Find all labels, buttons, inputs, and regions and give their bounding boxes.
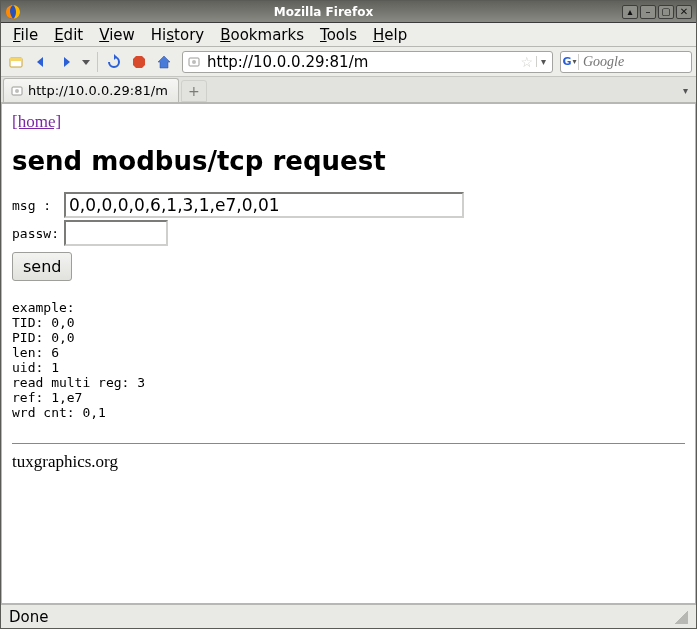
new-tab-button[interactable]: +: [181, 80, 207, 102]
page-footer: tuxgraphics.org: [12, 452, 685, 472]
svg-point-9: [15, 89, 19, 93]
window-title: Mozilla Firefox: [25, 5, 622, 19]
svg-marker-3: [133, 56, 145, 68]
window-titlebar: Mozilla Firefox ▴ – ▢ ✕: [1, 1, 696, 23]
search-input[interactable]: [581, 53, 697, 71]
bookmark-star-icon[interactable]: ☆: [517, 54, 536, 70]
menu-bar: File Edit View History Bookmarks Tools H…: [1, 23, 696, 47]
site-identity-icon[interactable]: [185, 55, 203, 69]
navigation-toolbar: ☆ ▾ G▾: [1, 47, 696, 77]
reload-button[interactable]: [103, 51, 125, 73]
status-text: Done: [9, 608, 48, 626]
browser-window: Mozilla Firefox ▴ – ▢ ✕ File Edit View H…: [0, 0, 697, 629]
svg-rect-2: [10, 58, 22, 61]
menu-edit[interactable]: Edit: [48, 25, 89, 45]
page-viewport[interactable]: [home] send modbus/tcp request msg : pas…: [1, 103, 696, 604]
tab-favicon: [10, 84, 24, 98]
firefox-icon: [5, 4, 21, 20]
url-bar[interactable]: ☆ ▾: [182, 51, 553, 73]
url-history-dropdown[interactable]: ▾: [536, 56, 550, 67]
search-bar[interactable]: G▾: [560, 51, 692, 73]
all-tabs-dropdown[interactable]: ▾: [679, 81, 692, 100]
home-link[interactable]: [home]: [12, 112, 61, 131]
msg-label: msg :: [12, 198, 64, 213]
menu-view[interactable]: View: [93, 25, 141, 45]
example-block: example: TID: 0,0 PID: 0,0 len: 6 uid: 1…: [12, 301, 685, 421]
menu-history[interactable]: History: [145, 25, 210, 45]
url-input[interactable]: [203, 53, 517, 71]
msg-input[interactable]: [64, 192, 464, 218]
svg-point-5: [192, 60, 196, 64]
tab-label: http://10.0.0.29:81/m: [28, 83, 168, 98]
menu-tools[interactable]: Tools: [314, 25, 363, 45]
close-button[interactable]: ✕: [676, 5, 692, 19]
resize-grip[interactable]: [674, 610, 688, 624]
new-tab-icon[interactable]: [5, 51, 27, 73]
home-button[interactable]: [153, 51, 175, 73]
shade-button[interactable]: ▴: [622, 5, 638, 19]
menu-bookmarks[interactable]: Bookmarks: [214, 25, 310, 45]
passw-label: passw:: [12, 226, 64, 241]
send-button[interactable]: send: [12, 252, 72, 281]
tab-active[interactable]: http://10.0.0.29:81/m: [3, 78, 179, 102]
stop-button[interactable]: [128, 51, 150, 73]
recent-pages-dropdown[interactable]: [80, 51, 92, 73]
minimize-button[interactable]: –: [640, 5, 656, 19]
maximize-button[interactable]: ▢: [658, 5, 674, 19]
divider: [12, 443, 685, 444]
status-bar: Done: [1, 604, 696, 628]
search-engine-icon[interactable]: G▾: [563, 54, 579, 70]
page-heading: send modbus/tcp request: [12, 146, 685, 176]
tab-bar: http://10.0.0.29:81/m + ▾: [1, 77, 696, 103]
menu-file[interactable]: File: [7, 25, 44, 45]
back-button[interactable]: [30, 51, 52, 73]
menu-help[interactable]: Help: [367, 25, 413, 45]
forward-button[interactable]: [55, 51, 77, 73]
passw-input[interactable]: [64, 220, 168, 246]
toolbar-separator: [97, 52, 98, 72]
